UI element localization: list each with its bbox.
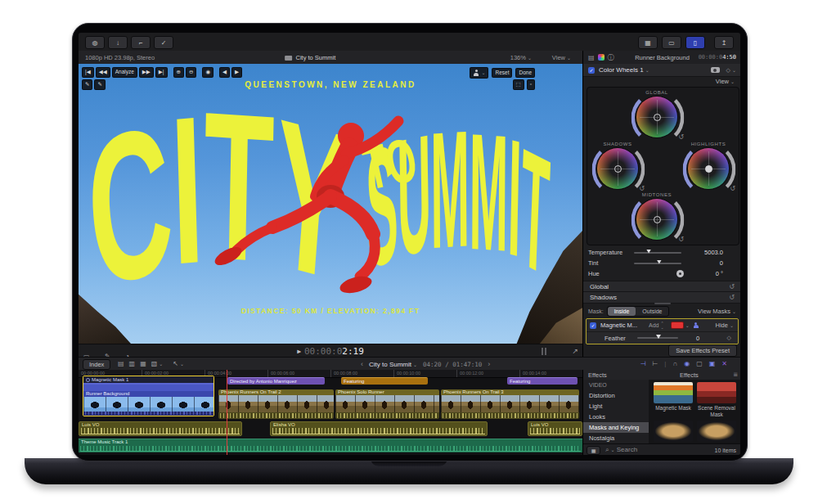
mask-add-label[interactable]: Add (649, 322, 658, 328)
color-inspector-icon[interactable] (598, 54, 605, 61)
mask-color-swatch[interactable] (671, 322, 684, 329)
index-button[interactable]: Index (83, 359, 110, 370)
analyze-button[interactable]: Analyze (112, 67, 137, 78)
color-wheel-global[interactable]: GLOBAL ↺ (628, 90, 685, 137)
prev-mask-button[interactable]: ◀ (219, 67, 230, 78)
skimming-icon[interactable]: ◉ (684, 360, 690, 367)
effects-view-toggle-icon[interactable]: ▦ (587, 446, 600, 455)
target-button[interactable]: ◉ (202, 67, 213, 78)
zoom-level-dropdown[interactable]: 136%⌄ (510, 54, 532, 61)
transitions-browser-icon[interactable]: ✕ (721, 360, 727, 367)
video-inspector-icon[interactable]: ▤ (588, 54, 595, 61)
playhead[interactable] (227, 370, 227, 455)
effects-browser-icon[interactable]: ▣ (709, 360, 716, 367)
view-masks-dropdown[interactable]: View Masks⌄ (698, 308, 736, 315)
clip-phoenix-solo[interactable]: Phoenix Solo Runner (335, 389, 439, 419)
title-clip[interactable]: Directed by Antonio Manriquez (227, 377, 325, 385)
effect-thumb-scene-removal[interactable] (697, 382, 736, 403)
bounding-box-icon[interactable]: ⬚ (513, 79, 524, 90)
category-item[interactable]: Nostalgia (583, 433, 649, 443)
clip-runner-background[interactable]: Magnetic Mask 1 Runner Background (83, 376, 214, 416)
effect-thumb[interactable] (697, 421, 736, 442)
connect-clip-icon[interactable]: ▥ (129, 360, 136, 367)
reset-button[interactable]: Reset (492, 68, 512, 79)
media-import-icon[interactable]: ◍ (85, 36, 105, 49)
next-project-icon[interactable]: › (488, 360, 490, 368)
category-item[interactable]: Looks (583, 412, 649, 422)
feather-keyframe-icon[interactable]: ◇ (727, 335, 731, 341)
timeline-project-dropdown[interactable]: City to Summit⌄ (369, 361, 417, 368)
position-icon[interactable]: ⊢ (652, 360, 658, 367)
section-reset-icon[interactable]: ↺ (729, 283, 735, 290)
temperature-slider[interactable] (634, 252, 681, 254)
keyframe-icon[interactable]: ◇ (726, 67, 730, 74)
user-menu-button[interactable]: ⌄ (470, 67, 488, 79)
title-clip[interactable]: Featuring (507, 377, 578, 385)
trim-icon[interactable]: ⊣ (640, 360, 645, 367)
category-item[interactable]: Distortion (583, 390, 649, 401)
color-wheel-shadows[interactable]: SHADOWS ↺ (589, 142, 646, 189)
wheels-view-dropdown[interactable]: View⌄ (716, 78, 735, 85)
add-stroke-button[interactable]: ⊕ (173, 67, 184, 78)
step-forward-button[interactable]: ▶▶ (139, 67, 154, 78)
wheel-reset-icon[interactable]: ↺ (730, 185, 735, 192)
wheel-reset-icon[interactable]: ↺ (678, 133, 684, 141)
feather-value[interactable]: 0 (696, 335, 699, 342)
mask-inside-option[interactable]: Inside (608, 307, 636, 316)
clip-theme-music[interactable]: Theme Music Track 1 (79, 439, 582, 452)
color-wheel-midtones[interactable]: MIDTONES ↺ (628, 192, 685, 240)
brush-add-icon[interactable]: ✎ (82, 79, 92, 90)
clip-phoenix-trail2[interactable]: Phoenix Runners On Trail 2 (218, 389, 334, 419)
tint-slider[interactable] (634, 263, 681, 264)
append-clip-icon[interactable]: ▦ (140, 360, 146, 367)
audio-skimming-icon[interactable]: ∩ (672, 360, 677, 367)
effect-row[interactable]: ✓ Color Wheels 1 ⌄ ◇ ⌄ (583, 64, 740, 77)
effects-menu-icon[interactable]: ≣ (733, 371, 738, 378)
browser-layout-icon[interactable]: ▦ (638, 36, 658, 49)
play-button[interactable]: ▶ (297, 348, 301, 355)
category-item[interactable]: VIDEO (583, 380, 649, 390)
title-clip[interactable]: Featuring (341, 377, 428, 385)
go-start-button[interactable]: |◀ (82, 67, 94, 78)
inspector-toggle-icon[interactable]: ▯ (685, 36, 705, 49)
audio-meters-icon[interactable] (542, 348, 546, 355)
mask-hide-dropdown[interactable]: Hide⌄ (716, 322, 734, 329)
keywords-icon[interactable]: ⌐ (131, 36, 151, 49)
clip-vo-luis-1[interactable]: Luis VO (79, 421, 242, 436)
go-end-button[interactable]: ▶| (155, 67, 168, 78)
tint-value[interactable]: 0 (720, 259, 723, 267)
clip-vo-elisha[interactable]: Elisha VO (270, 421, 488, 436)
mask-enabled-checkbox[interactable]: ✓ (590, 322, 596, 329)
effects-search-field[interactable]: ⌕⌄ Search (605, 446, 637, 454)
brush-erase-icon[interactable]: ✎ (94, 79, 105, 90)
hue-value[interactable]: 0 ° (716, 270, 723, 277)
view-dropdown[interactable]: View⌄ (552, 54, 571, 61)
temperature-value[interactable]: 5003.0 (704, 249, 723, 256)
add-stepper-icon[interactable]: ⌃⌄ (660, 322, 663, 330)
mask-inside-outside-segmented[interactable]: Inside Outside (607, 306, 670, 317)
snapping-icon[interactable]: ▢ (696, 360, 703, 367)
magnetic-mask-badge[interactable]: Magnetic Mask 1 (83, 376, 213, 383)
next-mask-button[interactable]: ▶ (231, 67, 242, 78)
effect-thumb[interactable] (654, 421, 693, 442)
color-wheel-highlights[interactable]: HIGHLIGHTS ↺ (680, 142, 737, 189)
info-inspector-icon[interactable]: ⓘ (608, 53, 614, 62)
fullscreen-icon[interactable]: ↗ (572, 347, 578, 355)
clip-vo-luis-2[interactable]: Luis VO (528, 421, 582, 436)
share-icon[interactable]: ↥ (714, 36, 734, 49)
background-tasks-icon[interactable]: ✓ (154, 36, 173, 49)
overwrite-clip-icon[interactable]: ▧⌄ (151, 360, 164, 367)
subject-person-icon[interactable] (693, 322, 699, 329)
save-effects-preset-button[interactable]: Save Effects Preset (668, 344, 737, 357)
mask-outside-option[interactable]: Outside (636, 307, 668, 316)
feather-slider[interactable] (637, 337, 678, 339)
prev-project-icon[interactable]: ‹ (361, 360, 363, 368)
effect-thumb-magnetic-mask[interactable] (654, 382, 693, 403)
display-toggle-icon[interactable]: ▭ (662, 36, 681, 49)
section-reset-icon[interactable]: ↺ (729, 294, 735, 301)
timeline[interactable]: 00:00:00:00 00:00:02:00 00:00:04:00 00:0… (79, 370, 582, 455)
insert-clip-icon[interactable]: ▤ (118, 360, 124, 367)
category-item[interactable]: Light (583, 401, 649, 412)
matte-view-icon[interactable]: ▫ (527, 79, 535, 90)
clip-phoenix-trail3[interactable]: Phoenix Runners On Trail 3 (441, 389, 579, 419)
